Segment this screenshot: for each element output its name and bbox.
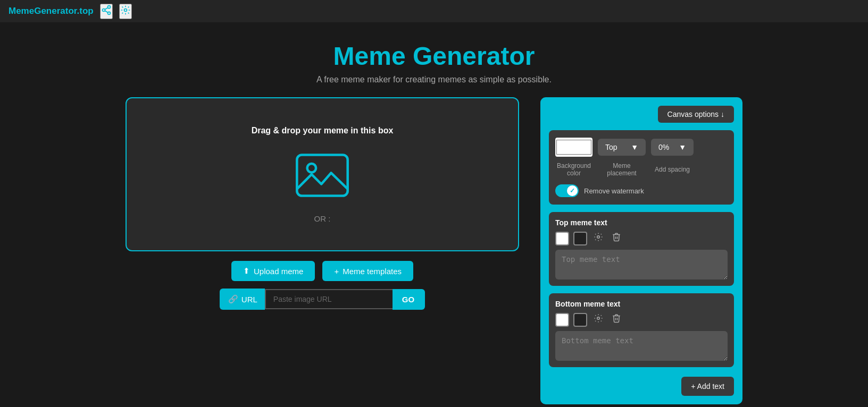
go-label: GO: [402, 295, 414, 304]
sidebar: Canvas options ↓ Top ▼ 0% ▼ Background c…: [540, 97, 742, 404]
plus-icon: +: [334, 267, 339, 276]
canvas-controls-row: Top ▼ 0% ▼: [555, 138, 728, 157]
upload-meme-button[interactable]: ⬆ Upload meme: [231, 261, 315, 281]
title-accent: Generator: [413, 42, 535, 70]
spacing-value: 0%: [658, 143, 669, 151]
url-row: 🔗 URL GO: [220, 289, 425, 310]
add-text-label: + Add text: [691, 382, 724, 391]
watermark-row: Remove watermark: [555, 184, 728, 197]
page-title: Meme Generator: [0, 41, 868, 71]
add-text-button[interactable]: + Add text: [681, 377, 734, 396]
svg-point-0: [107, 5, 110, 8]
top-text-controls-row: [555, 231, 728, 245]
drop-zone-actions: ⬆ Upload meme + Meme templates 🔗 URL GO: [126, 261, 519, 310]
bottom-text-controls-row: [555, 312, 728, 327]
title-white: Meme: [333, 42, 413, 70]
action-btn-row: ⬆ Upload meme + Meme templates: [231, 261, 413, 281]
bottom-text-section: Bottom meme text: [549, 293, 734, 367]
placement-label: Meme placement: [598, 162, 646, 177]
upload-icon: ⬆: [243, 266, 250, 276]
url-text: URL: [241, 295, 257, 304]
templates-label: Meme templates: [343, 267, 402, 276]
canvas-options-button[interactable]: Canvas options ↓: [658, 106, 734, 123]
top-text-input[interactable]: [555, 250, 728, 279]
svg-point-2: [107, 12, 110, 14]
svg-point-8: [597, 236, 600, 239]
page-header: Meme Generator A free meme maker for cre…: [0, 22, 868, 97]
bg-color-label: Background color: [555, 162, 592, 177]
top-text-color-black[interactable]: [573, 232, 587, 245]
or-label: OR :: [314, 214, 331, 223]
canvas-controls: Top ▼ 0% ▼ Background color Meme placeme…: [549, 130, 734, 205]
placement-select[interactable]: Top ▼: [598, 139, 646, 156]
bottom-text-color-black[interactable]: [573, 313, 587, 327]
meme-templates-button[interactable]: + Meme templates: [322, 261, 413, 281]
top-text-section: Top meme text: [549, 212, 734, 286]
spacing-label: Add spacing: [651, 166, 694, 173]
spacing-select[interactable]: 0% ▼: [651, 139, 694, 156]
go-button[interactable]: GO: [393, 289, 425, 310]
svg-point-7: [307, 164, 316, 173]
top-text-settings-icon[interactable]: [591, 231, 605, 245]
chevron-down-icon: ▼: [631, 143, 638, 151]
bottom-text-label: Bottom meme text: [555, 300, 728, 308]
bg-color-input[interactable]: [555, 138, 592, 157]
svg-point-5: [124, 9, 127, 11]
watermark-toggle[interactable]: [555, 184, 579, 197]
subtitle: A free meme maker for creating memes as …: [0, 75, 868, 84]
image-icon: [293, 146, 352, 205]
svg-point-1: [102, 9, 105, 11]
canvas-labels: Background color Meme placement Add spac…: [555, 162, 728, 177]
bottom-text-color-white[interactable]: [555, 313, 569, 327]
bottom-text-input[interactable]: [555, 331, 728, 361]
svg-line-4: [105, 7, 108, 9]
main-layout: Drag & drop your meme in this box OR : ⬆…: [0, 97, 868, 407]
drop-zone-container: Drag & drop your meme in this box OR : ⬆…: [126, 97, 519, 310]
upload-label: Upload meme: [254, 267, 303, 276]
watermark-label: Remove watermark: [584, 187, 644, 195]
url-input[interactable]: [265, 289, 393, 309]
bottom-text-delete-icon[interactable]: [610, 312, 623, 327]
top-text-delete-icon[interactable]: [610, 231, 623, 245]
placement-value: Top: [605, 143, 617, 151]
top-text-color-white[interactable]: [555, 232, 569, 245]
link-icon: 🔗: [228, 294, 238, 304]
svg-point-9: [597, 317, 600, 320]
toggle-knob: [567, 185, 578, 196]
brand-accent: top: [79, 6, 93, 16]
bottom-text-settings-icon[interactable]: [591, 312, 605, 327]
top-text-label: Top meme text: [555, 218, 728, 227]
brand: MemeGenerator.top: [9, 6, 94, 16]
url-label: 🔗 URL: [220, 289, 265, 310]
svg-rect-6: [297, 155, 347, 196]
canvas-options-label: Canvas options ↓: [667, 110, 724, 118]
svg-line-3: [105, 11, 108, 12]
share-icon[interactable]: [100, 4, 113, 19]
settings-icon[interactable]: [119, 4, 132, 19]
drop-zone[interactable]: Drag & drop your meme in this box OR :: [126, 97, 519, 251]
navbar: MemeGenerator.top: [0, 0, 868, 22]
brand-text: MemeGenerator.: [9, 6, 79, 16]
drop-zone-text: Drag & drop your meme in this box: [252, 126, 394, 135]
chevron-down-icon-2: ▼: [679, 143, 686, 151]
